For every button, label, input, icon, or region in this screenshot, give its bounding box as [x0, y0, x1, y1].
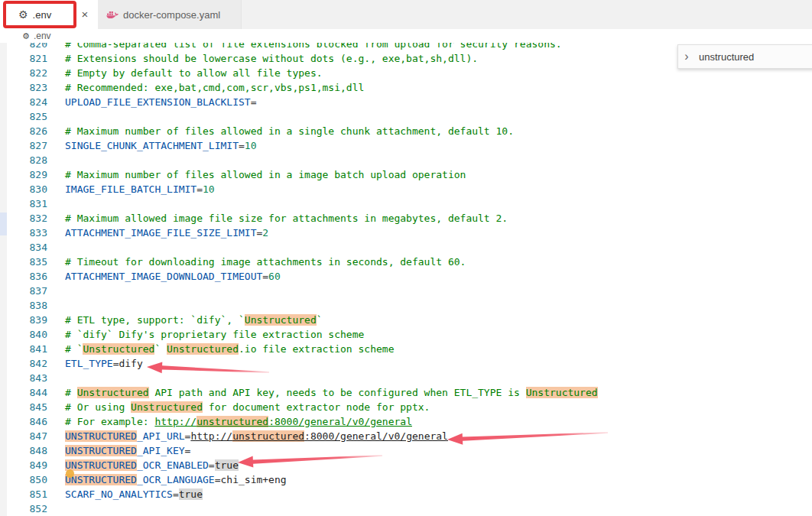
code-line[interactable]: 844# Unstructured API path and API key, … [0, 385, 812, 400]
tab-env[interactable]: ⚙ .env × [0, 0, 98, 29]
line-number: 821 [0, 51, 47, 66]
code-line[interactable]: 834 [0, 240, 812, 255]
code-line[interactable]: 848UNSTRUCTURED_API_KEY= [0, 443, 812, 458]
docker-icon [106, 10, 119, 20]
code-line[interactable]: 839# ETL type, support: `dify`, `Unstruc… [0, 313, 812, 327]
code-text: UNSTRUCTURED_OCR_LANGUAGE=chi_sim+eng [65, 472, 287, 487]
code-line[interactable]: 851SCARF_NO_ANALYTICS=true [0, 487, 812, 501]
code-text: IMAGE_FILE_BATCH_LIMIT=10 [65, 182, 215, 196]
line-number: 835 [0, 255, 47, 269]
code-line[interactable]: 835# Timeout for downloading image attac… [0, 255, 812, 269]
code-text: # Maximum number of files allowed in a s… [65, 124, 514, 138]
code-text: # For example: http://unstructured:8000/… [65, 414, 412, 429]
line-number: 850 [0, 472, 47, 487]
code-line[interactable]: 842ETL_TYPE=dify [0, 356, 812, 371]
code-line[interactable]: 832# Maximum allowed image file size for… [0, 211, 812, 226]
code-line[interactable]: 846# For example: http://unstructured:80… [0, 414, 812, 429]
lightbulb-dot-icon [66, 469, 74, 478]
code-line[interactable]: 824UPLOAD_FILE_EXTENSION_BLACKLIST= [0, 95, 812, 109]
line-number: 847 [0, 429, 47, 443]
toggle-replace-icon[interactable]: › [680, 50, 693, 63]
code-area: 820# Comma-separated list of file extens… [0, 0, 812, 516]
tab-label: docker-compose.yaml [123, 9, 220, 21]
line-number: 834 [0, 240, 47, 255]
breadcrumb[interactable]: ⚙ .env [0, 29, 812, 43]
code-text: # Or using Unstructured for document ext… [65, 400, 430, 414]
line-number: 830 [0, 182, 47, 196]
line-number: 845 [0, 400, 47, 414]
tab-bar: ⚙ .env × docker-compose.yaml [0, 0, 812, 29]
gutter-strip [0, 43, 7, 516]
code-text: # Unstructured API path and API key, nee… [65, 385, 598, 400]
code-line[interactable]: 845# Or using Unstructured for document … [0, 400, 812, 414]
line-number: 842 [0, 356, 47, 371]
code-text: # ETL type, support: `dify`, `Unstructur… [65, 313, 323, 327]
code-text: UNSTRUCTURED_API_URL=http://unstructured… [65, 429, 448, 443]
code-text: # Maximum allowed image file size for at… [65, 211, 508, 226]
code-line[interactable]: 841# `Unstructured` Unstructured.io file… [0, 342, 812, 356]
line-number: 848 [0, 443, 47, 458]
line-number: 838 [0, 298, 47, 313]
line-number: 823 [0, 80, 47, 95]
close-tab-icon[interactable]: × [79, 8, 91, 21]
code-text: UPLOAD_FILE_EXTENSION_BLACKLIST= [65, 95, 256, 109]
code-line[interactable]: 838 [0, 298, 812, 313]
code-text: ATTACHMENT_IMAGE_DOWNLOAD_TIMEOUT=60 [65, 269, 281, 284]
code-line[interactable]: 826# Maximum number of files allowed in … [0, 124, 812, 138]
code-line[interactable]: 837 [0, 284, 812, 298]
find-input[interactable] [697, 50, 812, 63]
breadcrumb-item: .env [34, 31, 51, 41]
tab-docker-compose[interactable]: docker-compose.yaml [98, 0, 242, 29]
code-line[interactable]: 823# Recommended: exe,bat,cmd,com,scr,vb… [0, 80, 812, 95]
line-number: 839 [0, 313, 47, 327]
code-text: # `Unstructured` Unstructured.io file ex… [65, 342, 394, 356]
code-text: # Recommended: exe,bat,cmd,com,scr,vbs,p… [65, 80, 364, 95]
line-number: 827 [0, 138, 47, 153]
line-number: 824 [0, 95, 47, 109]
code-line[interactable]: 829# Maximum number of files allowed in … [0, 167, 812, 182]
line-number: 828 [0, 153, 47, 167]
code-text: SINGLE_CHUNK_ATTACHMENT_LIMIT=10 [65, 138, 256, 153]
gear-icon: ⚙ [18, 9, 28, 20]
code-line[interactable]: 847UNSTRUCTURED_API_URL=http://unstructu… [0, 429, 812, 443]
code-text: UNSTRUCTURED_API_KEY= [65, 443, 190, 458]
line-number: 849 [0, 458, 47, 472]
line-number: 846 [0, 414, 47, 429]
code-line[interactable]: 828 [0, 153, 812, 167]
code-text: UNSTRUCTURED_OCR_ENABLED=true [65, 458, 239, 472]
code-line[interactable]: 840# `dify` Dify's proprietary file extr… [0, 327, 812, 342]
code-text: # Empty by default to allow all file typ… [65, 66, 323, 80]
line-number: 822 [0, 66, 47, 80]
code-line[interactable]: 833ATTACHMENT_IMAGE_FILE_SIZE_LIMIT=2 [0, 226, 812, 240]
code-text: # Extensions should be lowercase without… [65, 51, 478, 66]
line-number: 831 [0, 196, 47, 211]
line-number: 832 [0, 211, 47, 226]
code-text: ETL_TYPE=dify [65, 356, 143, 371]
line-number: 844 [0, 385, 47, 400]
code-line[interactable]: 850UNSTRUCTURED_OCR_LANGUAGE=chi_sim+eng [0, 472, 812, 487]
line-number: 833 [0, 226, 47, 240]
code-line[interactable]: 849UNSTRUCTURED_OCR_ENABLED=true [0, 458, 812, 472]
code-line[interactable]: 852 [0, 501, 812, 516]
line-number: 826 [0, 124, 47, 138]
line-number: 829 [0, 167, 47, 182]
code-line[interactable]: 827SINGLE_CHUNK_ATTACHMENT_LIMIT=10 [0, 138, 812, 153]
code-line[interactable]: 843 [0, 371, 812, 385]
line-number: 843 [0, 371, 47, 385]
code-line[interactable]: 825 [0, 109, 812, 124]
code-text: SCARF_NO_ANALYTICS=true [65, 487, 203, 501]
modified-line-indicator [0, 213, 7, 235]
line-number: 840 [0, 327, 47, 342]
code-text: # Maximum number of files allowed in a i… [65, 167, 466, 182]
line-number: 852 [0, 501, 47, 516]
code-line[interactable]: 831 [0, 196, 812, 211]
code-line[interactable]: 836ATTACHMENT_IMAGE_DOWNLOAD_TIMEOUT=60 [0, 269, 812, 284]
code-text: # Timeout for downloading image attachme… [65, 255, 466, 269]
gear-icon: ⚙ [22, 32, 30, 41]
code-line[interactable]: 830IMAGE_FILE_BATCH_LIMIT=10 [0, 182, 812, 196]
line-number: 851 [0, 487, 47, 501]
code-text: ATTACHMENT_IMAGE_FILE_SIZE_LIMIT=2 [65, 226, 268, 240]
line-number: 825 [0, 109, 47, 124]
line-number: 837 [0, 284, 47, 298]
line-number: 841 [0, 342, 47, 356]
